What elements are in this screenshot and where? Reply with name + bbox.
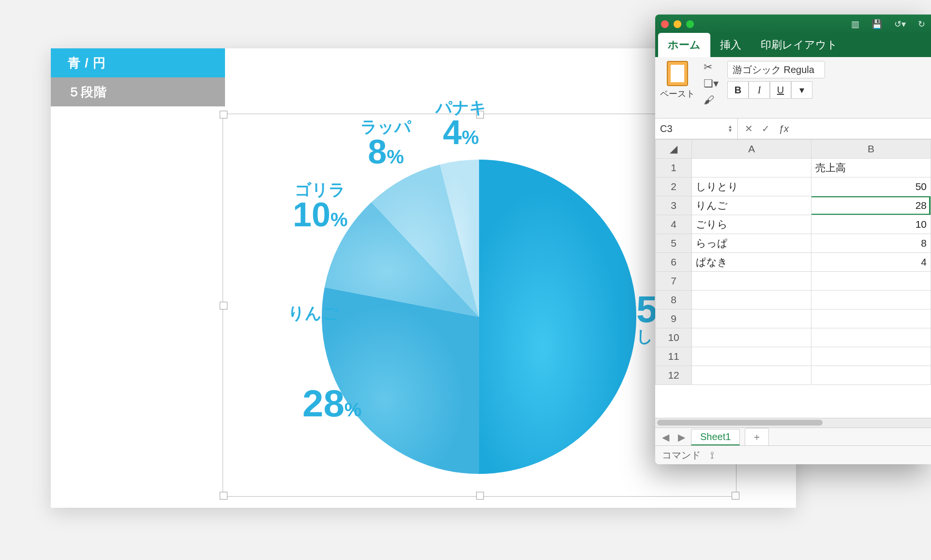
cell[interactable]: らっぱ bbox=[692, 234, 811, 253]
row-header[interactable]: 9 bbox=[656, 309, 692, 328]
table-row[interactable]: 12 bbox=[656, 366, 931, 385]
row-header[interactable]: 5 bbox=[656, 234, 692, 253]
tab-5steps[interactable]: ５段階 bbox=[51, 77, 225, 106]
scrollbar-thumb[interactable] bbox=[657, 420, 823, 426]
underline-dropdown[interactable]: ▾ bbox=[791, 81, 812, 99]
pie-slice-しりとり[interactable] bbox=[479, 160, 636, 474]
underline-button[interactable]: U bbox=[770, 81, 791, 99]
row-header[interactable]: 10 bbox=[656, 328, 692, 347]
cell[interactable] bbox=[692, 159, 811, 177]
fx-icon[interactable]: ƒx bbox=[779, 123, 789, 134]
save-icon[interactable]: 💾 bbox=[871, 19, 882, 29]
cell[interactable] bbox=[692, 347, 811, 366]
label-panaki: パナキ 4% bbox=[435, 99, 486, 149]
row-header[interactable]: 11 bbox=[656, 347, 692, 366]
quick-access: ▥ 💾 ↺▾ ↻ bbox=[851, 19, 925, 29]
resize-handle-se[interactable] bbox=[732, 492, 739, 500]
row-header[interactable]: 4 bbox=[656, 215, 692, 234]
undo-icon[interactable]: ↺▾ bbox=[894, 19, 906, 29]
bold-button[interactable]: B bbox=[727, 81, 749, 99]
cell[interactable]: りんご bbox=[692, 196, 811, 215]
table-row[interactable]: 7 bbox=[656, 272, 931, 291]
cell[interactable] bbox=[692, 272, 811, 291]
ribbon-tab-insert[interactable]: 挿入 bbox=[710, 33, 751, 57]
sheet-nav-prev-icon[interactable]: ◀ bbox=[659, 429, 672, 445]
cell[interactable] bbox=[811, 328, 931, 347]
cell[interactable] bbox=[811, 272, 931, 291]
col-header-B[interactable]: B bbox=[811, 140, 931, 159]
cell[interactable]: 売上高 bbox=[811, 159, 931, 177]
label-ringo-pct: 28% bbox=[302, 384, 361, 422]
cell[interactable]: ぱなき bbox=[692, 253, 811, 272]
italic-button[interactable]: I bbox=[749, 81, 770, 99]
cell[interactable]: 8 bbox=[811, 234, 931, 253]
cell[interactable]: 10 bbox=[811, 215, 931, 234]
cell[interactable] bbox=[692, 366, 811, 385]
cell[interactable]: 28 bbox=[811, 196, 931, 215]
paste-button[interactable]: ペースト bbox=[660, 61, 695, 100]
cell[interactable] bbox=[692, 291, 811, 309]
cell[interactable] bbox=[811, 309, 931, 328]
table-row[interactable]: 1売上高 bbox=[656, 159, 931, 177]
table-row[interactable]: 2しりとり50 bbox=[656, 177, 931, 196]
row-header[interactable]: 12 bbox=[656, 366, 692, 385]
horizontal-scrollbar[interactable] bbox=[655, 418, 931, 428]
row-header[interactable]: 8 bbox=[656, 291, 692, 309]
pie-slice-りんご[interactable] bbox=[322, 287, 479, 474]
cell[interactable] bbox=[811, 366, 931, 385]
row-header[interactable]: 3 bbox=[656, 196, 692, 215]
formula-confirm-icon[interactable]: ✓ bbox=[762, 123, 770, 134]
namebox-stepper-icon[interactable]: ▲▼ bbox=[728, 125, 733, 133]
col-header-A[interactable]: A bbox=[692, 140, 811, 159]
cell[interactable] bbox=[811, 347, 931, 366]
copy-icon[interactable]: ❏▾ bbox=[704, 77, 719, 90]
select-all-corner[interactable]: ◢ bbox=[656, 140, 692, 159]
cell[interactable] bbox=[692, 309, 811, 328]
cell[interactable]: 4 bbox=[811, 253, 931, 272]
table-row[interactable]: 8 bbox=[656, 291, 931, 309]
cell[interactable]: しりとり bbox=[692, 177, 811, 196]
ribbon-tab-layout[interactable]: 印刷レイアウト bbox=[751, 33, 847, 57]
formula-cancel-icon[interactable]: ✕ bbox=[745, 123, 753, 134]
tab-blue-circle[interactable]: 青 / 円 bbox=[51, 48, 225, 77]
worksheet[interactable]: ◢ A B 1売上高2しりとり503りんご284ごりら105らっぱ86ぱなき47… bbox=[655, 139, 931, 410]
cell[interactable]: ごりら bbox=[692, 215, 811, 234]
redo-icon[interactable]: ↻ bbox=[918, 19, 925, 29]
resize-handle-nw[interactable] bbox=[220, 111, 227, 118]
resize-handle-w[interactable] bbox=[220, 302, 227, 309]
sheet-nav-next-icon[interactable]: ▶ bbox=[675, 429, 688, 445]
row-header[interactable]: 1 bbox=[656, 159, 692, 177]
font-select[interactable]: 游ゴシック Regula bbox=[727, 61, 825, 78]
add-sheet-button[interactable]: ＋ bbox=[745, 428, 769, 446]
cut-icon[interactable]: ✂︎ bbox=[704, 61, 719, 74]
sheet-tab[interactable]: Sheet1 bbox=[691, 429, 740, 445]
table-row[interactable]: 11 bbox=[656, 347, 931, 366]
table-row[interactable]: 3りんご28 bbox=[656, 196, 931, 215]
window-zoom-icon[interactable] bbox=[686, 20, 694, 28]
sheet-tab-bar: ◀ ▶ Sheet1 ＋ bbox=[655, 427, 931, 446]
accessibility-icon[interactable]: ⟟ bbox=[710, 450, 714, 461]
cell[interactable] bbox=[811, 291, 931, 309]
row-header[interactable]: 7 bbox=[656, 272, 692, 291]
formula-bar: C3 ▲▼ ✕ ✓ ƒx bbox=[655, 118, 931, 139]
resize-handle-s[interactable] bbox=[476, 492, 484, 500]
window-minimize-icon[interactable] bbox=[674, 20, 681, 28]
window-close-icon[interactable] bbox=[661, 20, 669, 28]
row-header[interactable]: 2 bbox=[656, 177, 692, 196]
table-row[interactable]: 6ぱなき4 bbox=[656, 253, 931, 272]
autosave-icon[interactable]: ▥ bbox=[851, 19, 859, 29]
pie-chart[interactable] bbox=[322, 160, 636, 474]
ribbon-tab-home[interactable]: ホーム bbox=[658, 33, 710, 57]
table-row[interactable]: 5らっぱ8 bbox=[656, 234, 931, 253]
format-painter-icon[interactable]: 🖌︎ bbox=[704, 94, 719, 106]
name-box[interactable]: C3 ▲▼ bbox=[655, 118, 738, 139]
table-row[interactable]: 10 bbox=[656, 328, 931, 347]
table-row[interactable]: 4ごりら10 bbox=[656, 215, 931, 234]
row-header[interactable]: 6 bbox=[656, 253, 692, 272]
resize-handle-sw[interactable] bbox=[220, 492, 227, 500]
excel-titlebar[interactable]: ▥ 💾 ↺▾ ↻ bbox=[655, 15, 931, 34]
cell[interactable] bbox=[692, 328, 811, 347]
table-row[interactable]: 9 bbox=[656, 309, 931, 328]
style-tabs: 青 / 円 ５段階 bbox=[51, 48, 225, 106]
cell[interactable]: 50 bbox=[811, 177, 931, 196]
